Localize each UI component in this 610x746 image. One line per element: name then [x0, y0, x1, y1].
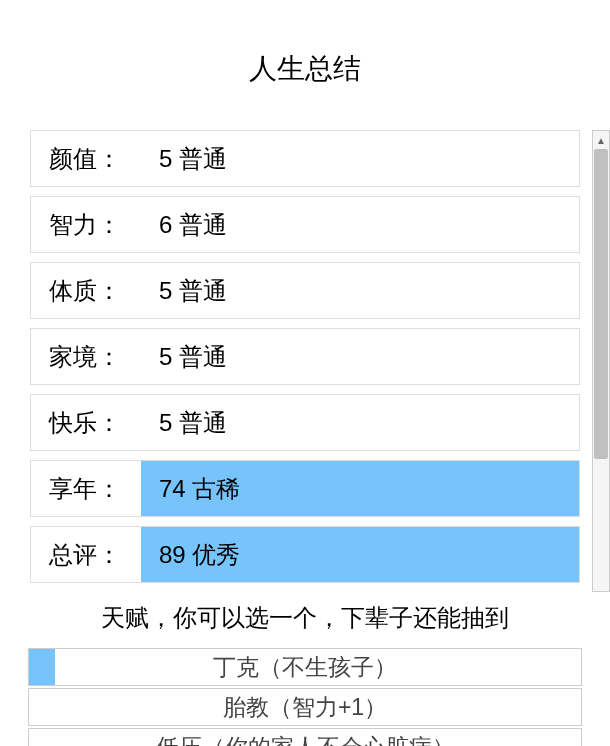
- stat-value: 5 普通: [141, 263, 579, 318]
- stat-label: 颜值：: [31, 143, 141, 175]
- stat-value: 5 普通: [141, 329, 579, 384]
- stats-wrapper: 颜值：5 普通智力：6 普通体质：5 普通家境：5 普通快乐：5 普通享年：74…: [0, 130, 610, 592]
- page-title: 人生总结: [0, 50, 610, 88]
- talent-title: 天赋，你可以选一个，下辈子还能抽到: [28, 598, 582, 638]
- stat-label: 家境：: [31, 341, 141, 373]
- stat-label: 智力：: [31, 209, 141, 241]
- stat-value: 89 优秀: [141, 527, 579, 582]
- stat-value: 74 古稀: [141, 461, 579, 516]
- main-container: 人生总结 颜值：5 普通智力：6 普通体质：5 普通家境：5 普通快乐：5 普通…: [0, 0, 610, 746]
- talent-option[interactable]: 低压（你的家人不会心脏病）: [28, 728, 582, 746]
- stat-label: 体质：: [31, 275, 141, 307]
- stat-row: 家境：5 普通: [30, 328, 580, 385]
- stat-label: 总评：: [31, 539, 141, 571]
- talent-section: 天赋，你可以选一个，下辈子还能抽到 丁克（不生孩子）胎教（智力+1）低压（你的家…: [0, 598, 610, 746]
- stat-row: 体质：5 普通: [30, 262, 580, 319]
- stat-row: 颜值：5 普通: [30, 130, 580, 187]
- stat-label: 快乐：: [31, 407, 141, 439]
- talent-option[interactable]: 丁克（不生孩子）: [28, 648, 582, 686]
- stat-value: 5 普通: [141, 131, 579, 186]
- stat-value: 5 普通: [141, 395, 579, 450]
- stat-label: 享年：: [31, 473, 141, 505]
- stat-row: 总评：89 优秀: [30, 526, 580, 583]
- stat-value: 6 普通: [141, 197, 579, 252]
- talent-option[interactable]: 胎教（智力+1）: [28, 688, 582, 726]
- stats-list: 颜值：5 普通智力：6 普通体质：5 普通家境：5 普通快乐：5 普通享年：74…: [0, 130, 592, 592]
- stat-row: 享年：74 古稀: [30, 460, 580, 517]
- scrollbar[interactable]: ▲: [592, 130, 610, 592]
- stat-row: 快乐：5 普通: [30, 394, 580, 451]
- scrollbar-thumb[interactable]: [594, 149, 608, 459]
- scrollbar-up-icon[interactable]: ▲: [593, 131, 609, 149]
- stat-row: 智力：6 普通: [30, 196, 580, 253]
